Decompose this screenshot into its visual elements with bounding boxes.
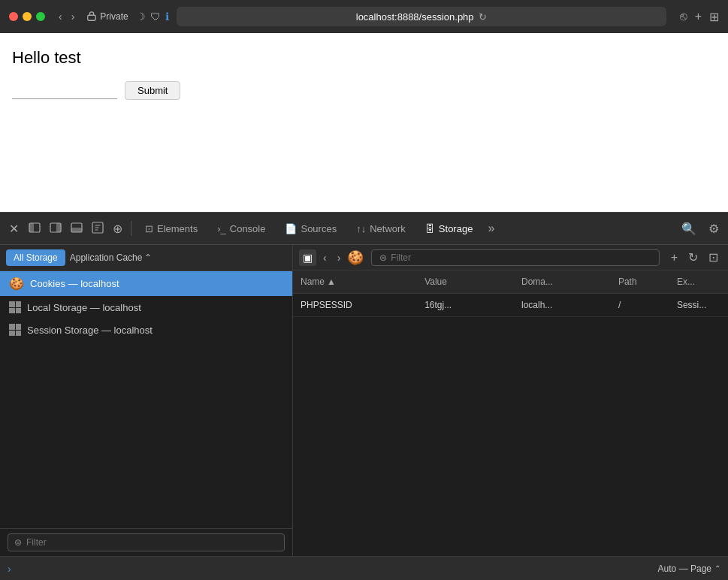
close-button[interactable]: [9, 12, 18, 21]
dock-bottom-button[interactable]: [67, 219, 86, 239]
table-header: Name ▲ Value Doma... Path Ex...: [293, 270, 728, 294]
column-expires[interactable]: Ex...: [669, 275, 728, 288]
tab-icons: ☽ 🛡 ℹ: [136, 11, 169, 23]
address-bar[interactable]: localhost:8888/session.php ↻: [177, 7, 666, 26]
sources-icon: 📄: [285, 223, 297, 234]
cookie-detail-icon: 🍪: [347, 249, 364, 266]
cell-path: /: [611, 294, 669, 316]
left-filter-input[interactable]: [26, 537, 278, 548]
undock-button[interactable]: [88, 219, 107, 239]
tab-network[interactable]: ↑↓ Network: [347, 219, 415, 239]
add-cookie-button[interactable]: +: [667, 248, 681, 267]
table-row[interactable]: PHPSESSID 16tgj... localh... / Sessi...: [293, 294, 728, 317]
browser-actions: ⎋ + ⊞: [680, 10, 719, 24]
rp-forward-button[interactable]: ›: [334, 249, 345, 266]
cell-domain: localh...: [514, 294, 611, 316]
filter-icon: ⊜: [14, 537, 22, 548]
submit-button[interactable]: Submit: [125, 81, 180, 100]
right-panel: ▣ ‹ › 🍪 ⊜ + ↻ ⊡ Name ▲: [293, 245, 728, 556]
svg-rect-0: [88, 15, 96, 20]
storage-item-list: 🍪 Cookies — localhost Local Storage — lo…: [0, 271, 292, 528]
traffic-lights: [9, 12, 45, 21]
page-title: Hello test: [12, 48, 716, 68]
cell-name: PHPSESSID: [293, 294, 417, 316]
form-input[interactable]: [12, 83, 117, 99]
shield-icon: 🛡: [150, 11, 161, 23]
all-storage-button[interactable]: All Storage: [6, 249, 65, 266]
devtools-panel: ✕ ⊕ ⊡ Elements ›_ Console 📄: [0, 212, 728, 580]
reload-icon[interactable]: ↻: [479, 11, 487, 23]
sidebar-item-local-storage[interactable]: Local Storage — localhost: [0, 296, 292, 319]
column-value[interactable]: Value: [417, 275, 514, 288]
fullscreen-button[interactable]: [36, 12, 45, 21]
rp-filter-icon: ⊜: [379, 252, 387, 263]
left-panel: All Storage Application Cache ⌃ 🍪 Cookie…: [0, 245, 293, 556]
sidebar-item-cookies[interactable]: 🍪 Cookies — localhost: [0, 271, 292, 296]
chevron-up-icon: ⌃: [714, 564, 720, 572]
delete-button[interactable]: ⊡: [705, 248, 722, 267]
chevron-down-icon: ⌃: [144, 252, 152, 263]
target-icon[interactable]: ⊕: [109, 219, 126, 239]
tabs-icon[interactable]: ⊞: [709, 10, 719, 24]
layout-buttons: [25, 219, 107, 239]
cell-expires: Sessi...: [669, 294, 728, 316]
rp-filter-wrap: ⊜: [371, 249, 659, 266]
browser-chrome: ‹ › Private ☽ 🛡 ℹ localhost:8888/session…: [0, 0, 728, 33]
page-content: Hello test Submit: [0, 33, 728, 212]
toolbar-right: 🔍 ⚙: [677, 219, 723, 239]
toolbar-divider: [131, 221, 131, 236]
svg-rect-4: [56, 223, 61, 232]
refresh-button[interactable]: ↻: [684, 248, 702, 267]
column-name[interactable]: Name ▲: [293, 275, 417, 288]
search-button[interactable]: 🔍: [677, 219, 701, 239]
svg-rect-6: [71, 228, 82, 232]
cookie-icon: 🍪: [9, 276, 24, 291]
cell-value: 16tgj...: [417, 294, 514, 316]
devtools-toolbar: ✕ ⊕ ⊡ Elements ›_ Console 📄: [0, 212, 728, 245]
share-icon[interactable]: ⎋: [680, 10, 687, 24]
console-prompt-icon[interactable]: ›: [8, 563, 11, 575]
tab-console[interactable]: ›_ Console: [208, 219, 274, 239]
column-domain[interactable]: Doma...: [514, 275, 611, 288]
tab-storage[interactable]: 🗄 Storage: [416, 219, 482, 239]
session-storage-icon: [9, 324, 21, 336]
more-tabs-button[interactable]: »: [483, 219, 499, 238]
right-filter-input[interactable]: [391, 252, 651, 263]
url-text: localhost:8888/session.php: [356, 11, 474, 23]
page-form: Submit: [12, 81, 716, 100]
sidebar-item-session-storage[interactable]: Session Storage — localhost: [0, 319, 292, 341]
browser-nav: ‹ ›: [56, 9, 77, 24]
devtools-body: All Storage Application Cache ⌃ 🍪 Cookie…: [0, 245, 728, 556]
dock-right-button[interactable]: [46, 219, 65, 239]
tab-elements[interactable]: ⊡ Elements: [136, 219, 207, 239]
left-panel-filter: ⊜: [0, 528, 292, 556]
back-button[interactable]: ‹: [56, 9, 65, 24]
rp-sidebar-toggle[interactable]: ▣: [299, 249, 316, 266]
column-path[interactable]: Path: [611, 275, 669, 288]
dock-left-button[interactable]: [25, 219, 44, 239]
forward-button[interactable]: ›: [68, 9, 78, 24]
private-label: Private: [86, 11, 128, 22]
left-panel-toolbar: All Storage Application Cache ⌃: [0, 245, 292, 271]
app-cache-button[interactable]: Application Cache ⌃: [70, 252, 153, 263]
minimize-button[interactable]: [23, 12, 32, 21]
settings-button[interactable]: ⚙: [704, 219, 723, 239]
moon-icon: ☽: [136, 11, 146, 23]
rp-back-button[interactable]: ‹: [319, 249, 331, 266]
tab-sources[interactable]: 📄 Sources: [276, 219, 346, 239]
info-icon: ℹ: [165, 11, 169, 23]
elements-icon: ⊡: [145, 223, 153, 234]
auto-page-label[interactable]: Auto — Page ⌃: [658, 563, 720, 574]
rp-action-buttons: + ↻ ⊡: [667, 248, 722, 267]
network-icon: ↑↓: [356, 223, 366, 234]
cookie-table: Name ▲ Value Doma... Path Ex...: [293, 270, 728, 556]
devtools-close-button[interactable]: ✕: [5, 219, 23, 239]
svg-rect-2: [29, 223, 34, 232]
devtools-bottom-bar: › Auto — Page ⌃: [0, 556, 728, 580]
local-storage-icon: [9, 301, 21, 313]
storage-icon: 🗄: [425, 223, 435, 234]
new-tab-icon[interactable]: +: [695, 10, 702, 24]
filter-wrap: ⊜: [8, 533, 285, 551]
right-panel-toolbar: ▣ ‹ › 🍪 ⊜ + ↻ ⊡: [293, 245, 728, 270]
console-icon: ›_: [217, 223, 226, 234]
